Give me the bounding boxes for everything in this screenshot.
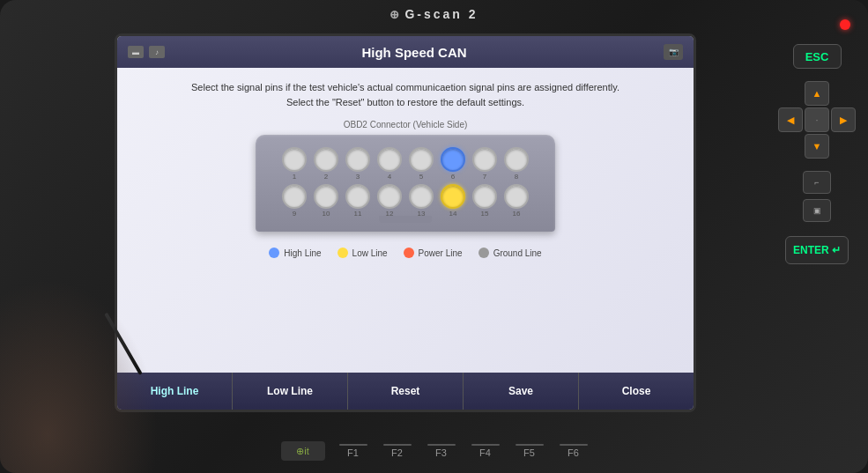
toolbar-reset[interactable]: Reset bbox=[348, 373, 464, 410]
nav-empty-bl bbox=[778, 134, 803, 159]
ground-line-dot bbox=[479, 248, 489, 258]
screen-header: ▬ ♪ High Speed CAN 📷 bbox=[117, 36, 694, 68]
small-icons: ⌐ ▣ bbox=[803, 171, 831, 222]
fn-key-f4[interactable]: F4 bbox=[471, 444, 500, 458]
device: ⊕ G-scan 2 ▬ ♪ High Speed CAN 📷 Select t… bbox=[0, 0, 868, 473]
fn-keys: F1 F2 F3 F4 F5 F6 bbox=[339, 444, 588, 458]
nav-left-button[interactable]: ◀ bbox=[778, 107, 803, 132]
fn-key-f3[interactable]: F3 bbox=[427, 444, 456, 458]
nav-center-button[interactable]: · bbox=[805, 107, 829, 132]
battery-icon: ▬ bbox=[128, 46, 144, 58]
pin-16[interactable]: 16 bbox=[504, 184, 529, 209]
nav-up-button[interactable]: ▲ bbox=[805, 81, 829, 106]
pin-12[interactable]: 12 bbox=[377, 184, 402, 209]
bottom-pin-row: 9 10 11 12 13 14 15 16 bbox=[271, 184, 539, 209]
connector-area: OBD2 Connector (Vehicle Side) 1 2 3 4 5 … bbox=[135, 120, 676, 258]
center-logo: ⊕it bbox=[281, 441, 325, 461]
legend-ground-line: Ground Line bbox=[479, 248, 542, 258]
bottom-bar: ⊕it F1 F2 F3 F4 F5 bbox=[281, 441, 588, 461]
top-pin-row: 1 2 3 4 5 6 7 8 bbox=[271, 147, 539, 172]
toolbar-save[interactable]: Save bbox=[464, 373, 579, 410]
screen-title: High Speed CAN bbox=[165, 45, 664, 60]
high-line-label: High Line bbox=[284, 248, 321, 258]
brand-icon: ⊕ bbox=[389, 8, 401, 21]
pin-13[interactable]: 13 bbox=[409, 184, 434, 209]
power-line-label: Power Line bbox=[419, 248, 463, 258]
fn-key-f2[interactable]: F2 bbox=[383, 444, 412, 458]
nav-down-button[interactable]: ▼ bbox=[805, 134, 829, 159]
header-icons: ▬ ♪ bbox=[128, 46, 165, 58]
pin-10[interactable]: 10 bbox=[314, 184, 338, 209]
f4-line bbox=[471, 444, 500, 446]
pin-14[interactable]: 14 bbox=[441, 184, 465, 209]
nav-empty-tl bbox=[778, 81, 803, 106]
pin-9[interactable]: 9 bbox=[282, 184, 307, 209]
nav-empty-tr bbox=[831, 81, 856, 106]
pin-11[interactable]: 11 bbox=[345, 184, 370, 209]
toolbar-close[interactable]: Close bbox=[579, 373, 694, 410]
f3-line bbox=[427, 444, 456, 446]
obd2-connector: 1 2 3 4 5 6 7 8 9 10 11 12 bbox=[256, 135, 555, 232]
icon-btn-1[interactable]: ⌐ bbox=[803, 171, 831, 194]
brand-name: G-scan 2 bbox=[404, 7, 478, 21]
pin-8[interactable]: 8 bbox=[504, 147, 529, 172]
legend-power-line: Power Line bbox=[404, 248, 463, 258]
f2-line bbox=[383, 444, 412, 446]
legend: High Line Low Line Power Line Ground Lin… bbox=[269, 248, 541, 258]
legend-low-line: Low Line bbox=[338, 248, 388, 258]
pin-15[interactable]: 15 bbox=[472, 184, 497, 209]
f5-line bbox=[516, 444, 544, 446]
instruction-text: Select the signal pins if the test vehic… bbox=[135, 80, 676, 109]
pin-1[interactable]: 1 bbox=[282, 147, 307, 172]
screen-content: Select the signal pins if the test vehic… bbox=[117, 68, 694, 373]
legend-high-line: High Line bbox=[269, 248, 321, 258]
low-line-dot bbox=[338, 248, 348, 258]
indicator-light bbox=[840, 19, 850, 30]
high-line-dot bbox=[269, 248, 279, 258]
f1-line bbox=[339, 444, 367, 446]
pin-4[interactable]: 4 bbox=[377, 147, 402, 172]
right-controls: ESC ▲ ◀ · ▶ ▼ ⌐ ▣ ENTER ↵ bbox=[778, 44, 856, 264]
toolbar-low-line[interactable]: Low Line bbox=[233, 373, 348, 410]
speaker-icon: ♪ bbox=[149, 46, 165, 58]
fn-key-f1[interactable]: F1 bbox=[339, 444, 367, 458]
fn-key-f6[interactable]: F6 bbox=[560, 444, 588, 458]
low-line-label: Low Line bbox=[352, 248, 388, 258]
f6-line bbox=[560, 444, 588, 446]
icon-btn-2[interactable]: ▣ bbox=[803, 199, 831, 222]
fn-key-f5[interactable]: F5 bbox=[516, 444, 544, 458]
nav-cluster: ▲ ◀ · ▶ ▼ bbox=[778, 81, 856, 159]
esc-button[interactable]: ESC bbox=[793, 44, 842, 69]
connector-label: OBD2 Connector (Vehicle Side) bbox=[344, 120, 468, 129]
toolbar-high-line[interactable]: High Line bbox=[117, 373, 233, 410]
screenshot-icon[interactable]: 📷 bbox=[664, 44, 683, 60]
screen: ▬ ♪ High Speed CAN 📷 Select the signal p… bbox=[115, 33, 696, 412]
ground-line-label: Ground Line bbox=[493, 248, 542, 258]
enter-button[interactable]: ENTER ↵ bbox=[785, 236, 849, 264]
pin-2[interactable]: 2 bbox=[314, 147, 338, 172]
nav-empty-br bbox=[831, 134, 856, 159]
screen-toolbar: High Line Low Line Reset Save Close bbox=[117, 373, 694, 410]
pin-3[interactable]: 3 bbox=[345, 147, 370, 172]
brand-bar: ⊕ G-scan 2 bbox=[389, 7, 478, 21]
power-line-dot bbox=[404, 248, 414, 258]
pin-6[interactable]: 6 bbox=[441, 147, 465, 172]
pin-7[interactable]: 7 bbox=[472, 147, 497, 172]
nav-right-button[interactable]: ▶ bbox=[831, 107, 856, 132]
pin-5[interactable]: 5 bbox=[409, 147, 434, 172]
